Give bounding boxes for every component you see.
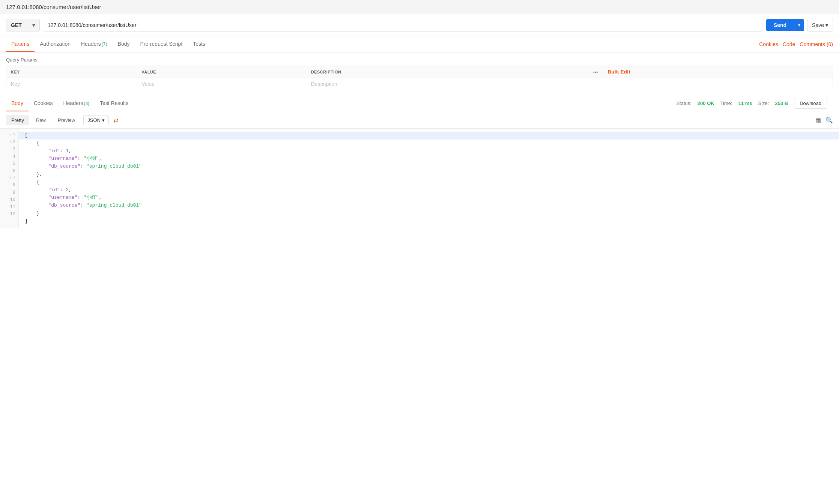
save-button[interactable]: Save ▾ (807, 19, 833, 32)
url-input[interactable] (43, 19, 763, 32)
format-select-chevron: ▾ (102, 117, 105, 123)
col-key: KEY (6, 66, 137, 78)
ln-11: 11 (0, 204, 18, 211)
col-actions: ••• (588, 66, 603, 78)
ln-8: 8 (0, 182, 18, 189)
send-button[interactable]: Send (766, 19, 794, 31)
code-line-9: "username": "小红", (25, 194, 833, 202)
method-selector[interactable]: GET ▾ (6, 19, 40, 32)
send-button-group: Send ▾ (766, 19, 804, 31)
comments-link[interactable]: Comments (0) (800, 41, 833, 47)
time-value: 11 ms (738, 100, 752, 106)
code-line-11: } (25, 210, 833, 218)
tab-headers[interactable]: Headers(7) (76, 36, 113, 52)
response-format-bar: Pretty Raw Preview JSON ▾ ⇄ ▦ 🔍 (0, 112, 839, 129)
size-value: 253 B (775, 100, 788, 106)
response-tabs-bar: Body Cookies Headers(3) Test Results Sta… (0, 95, 839, 112)
code-line-7: { (25, 178, 833, 186)
request-tabs-bar: Params Authorization Headers(7) Body Pre… (0, 36, 839, 52)
response-body: ▾1 ▾2 3 4 5 6 ▾7 8 9 10 11 12 [ { "id": … (0, 129, 839, 228)
code-line-6: }, (25, 171, 833, 178)
tab-authorization[interactable]: Authorization (35, 36, 76, 52)
ln-10: 10 (0, 196, 18, 204)
response-tab-test-results[interactable]: Test Results (95, 96, 134, 111)
value-cell[interactable]: Value (137, 78, 307, 90)
request-tabs-left: Params Authorization Headers(7) Body Pre… (6, 36, 759, 52)
params-table: KEY VALUE DESCRIPTION ••• Bulk Edit Key … (6, 66, 833, 90)
bulk-edit-cell: Bulk Edit (603, 66, 833, 78)
more-options-icon[interactable]: ••• (593, 70, 598, 74)
table-row: Key Value Description (6, 78, 833, 90)
ln-12: 12 (0, 211, 18, 218)
format-tab-pretty[interactable]: Pretty (6, 115, 29, 125)
ln-9: 9 (0, 189, 18, 196)
tab-pre-request[interactable]: Pre-request Script (135, 36, 188, 52)
code-content: [ { "id": 1, "username": "小明", "db_sourc… (19, 129, 839, 228)
code-line-4: "username": "小明", (25, 155, 833, 163)
col-value: VALUE (137, 66, 307, 78)
row-extra (603, 78, 833, 90)
format-tab-raw[interactable]: Raw (31, 115, 51, 125)
format-tab-preview[interactable]: Preview (53, 115, 80, 125)
cookies-link[interactable]: Cookies (759, 41, 778, 47)
row-actions (588, 78, 603, 90)
title-bar: 127.0.01:8080/consumer/user/listUser (0, 0, 839, 14)
response-status: Status: 200 OK Time: 11 ms Size: 253 B D… (670, 95, 833, 112)
query-params-title: Query Params (6, 57, 833, 63)
code-line-5: "db_source": "spring_cloud_db01" (25, 163, 833, 171)
response-tabs-left: Body Cookies Headers(3) Test Results (6, 96, 670, 111)
tab-params[interactable]: Params (6, 36, 35, 52)
format-select[interactable]: JSON ▾ (83, 115, 109, 125)
code-line-8: "id": 2, (25, 186, 833, 194)
line-numbers: ▾1 ▾2 3 4 5 6 ▾7 8 9 10 11 12 (0, 129, 19, 228)
key-cell[interactable]: Key (6, 78, 137, 90)
bulk-edit-button[interactable]: Bulk Edit (607, 69, 630, 75)
copy-icon[interactable]: ▦ (815, 117, 821, 124)
col-description: DESCRIPTION (307, 66, 588, 78)
tab-body[interactable]: Body (113, 36, 135, 52)
query-params-section: Query Params KEY VALUE DESCRIPTION ••• B… (0, 52, 839, 95)
ln-3: 3 (0, 146, 18, 153)
time-label: Time: (720, 100, 732, 106)
download-button[interactable]: Download (794, 98, 827, 109)
send-dropdown-button[interactable]: ▾ (794, 19, 804, 31)
status-label: Status: (676, 100, 691, 106)
response-tab-headers[interactable]: Headers(3) (58, 96, 95, 111)
ln-2: ▾2 (0, 139, 18, 146)
size-label: Size: (758, 100, 769, 106)
ln-5: 5 (0, 160, 18, 168)
description-cell[interactable]: Description (307, 78, 588, 90)
search-icon[interactable]: 🔍 (825, 117, 833, 124)
method-label: GET (11, 22, 22, 28)
code-link[interactable]: Code (783, 41, 795, 47)
response-tab-body[interactable]: Body (6, 96, 29, 111)
page-title: 127.0.01:8080/consumer/user/listUser (6, 4, 101, 10)
response-tab-cookies[interactable]: Cookies (29, 96, 58, 111)
code-line-12: ] (25, 218, 833, 225)
code-line-2: { (25, 140, 833, 147)
ln-7: ▾7 (0, 175, 18, 182)
headers-badge: (7) (102, 42, 107, 47)
ln-6: 6 (0, 168, 18, 175)
request-bar: GET ▾ Send ▾ Save ▾ (0, 14, 839, 36)
status-value: 200 OK (698, 100, 714, 106)
ln-4: 4 (0, 153, 18, 160)
method-chevron-icon: ▾ (32, 22, 35, 28)
save-chevron-icon: ▾ (825, 22, 828, 28)
response-headers-badge: (3) (84, 101, 89, 106)
code-line-3: "id": 1, (25, 147, 833, 155)
request-tabs-right: Cookies Code Comments (0) (759, 41, 833, 47)
code-line-10: "db_source": "spring_cloud_db01" (25, 202, 833, 210)
ln-1: ▾1 (0, 132, 18, 139)
wrap-icon[interactable]: ⇄ (113, 117, 118, 124)
response-format-right: ▦ 🔍 (815, 117, 833, 124)
format-select-label: JSON (87, 117, 101, 123)
code-area: ▾1 ▾2 3 4 5 6 ▾7 8 9 10 11 12 [ { "id": … (0, 129, 839, 228)
tab-tests[interactable]: Tests (188, 36, 211, 52)
code-line-1: [ (19, 132, 839, 140)
